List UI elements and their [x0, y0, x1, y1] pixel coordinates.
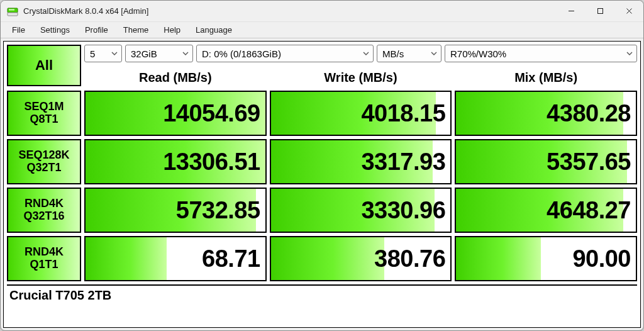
chevron-down-icon	[182, 50, 189, 57]
close-button[interactable]	[614, 1, 643, 21]
runs-combo[interactable]: 5	[84, 45, 122, 62]
menu-language[interactable]: Language	[188, 23, 240, 36]
metric-value: 4648.27	[547, 197, 631, 224]
metric-read: 14054.69	[84, 91, 267, 136]
metric-write: 3317.93	[270, 139, 452, 184]
metric-value: 68.71	[202, 245, 260, 272]
app-icon	[7, 6, 18, 17]
metric-read: 13306.51	[84, 139, 267, 184]
titlebar[interactable]: CrystalDiskMark 8.0.4 x64 [Admin]	[1, 1, 643, 22]
metric-read: 5732.85	[84, 188, 267, 233]
content-area: All 5 32GiB D: 0% (0/1863GiB) MB/s R70%/…	[3, 41, 641, 328]
metric-value: 14054.69	[163, 100, 260, 127]
run-all-label: All	[35, 57, 53, 74]
window-title: CrystalDiskMark 8.0.4 x64 [Admin]	[23, 6, 557, 16]
window-controls	[557, 1, 643, 21]
size-value: 32GiB	[131, 48, 157, 59]
svg-rect-2	[9, 9, 14, 10]
metric-bar	[456, 237, 540, 280]
metric-value: 90.00	[572, 245, 631, 272]
metric-write: 3330.96	[270, 188, 452, 233]
test-label-l2: Q32T16	[23, 210, 64, 223]
bench-row: RND4K Q1T1 68.71 380.76 90.00	[7, 236, 637, 281]
bench-row: SEQ1M Q8T1 14054.69 4018.15 4380.28	[7, 91, 637, 136]
unit-value: MB/s	[382, 48, 404, 59]
col-header-mix: Mix (MB/s)	[455, 70, 637, 85]
menu-help[interactable]: Help	[156, 23, 188, 36]
menu-profile[interactable]: Profile	[77, 23, 116, 36]
run-all-button[interactable]: All	[7, 45, 81, 86]
test-button-seq1m-q8t1[interactable]: SEQ1M Q8T1	[7, 91, 81, 136]
drive-combo[interactable]: D: 0% (0/1863GiB)	[196, 45, 374, 62]
metric-value: 5357.65	[547, 149, 631, 176]
test-button-seq128k-q32t1[interactable]: SEQ128K Q32T1	[7, 139, 81, 184]
drive-value: D: 0% (0/1863GiB)	[202, 48, 281, 59]
bench-rows: SEQ1M Q8T1 14054.69 4018.15 4380.28 SEQ1…	[4, 88, 640, 281]
metric-value: 4380.28	[547, 100, 631, 127]
mix-value: R70%/W30%	[450, 48, 506, 59]
metric-mix: 4380.28	[455, 91, 637, 136]
minimize-button[interactable]	[557, 1, 586, 21]
top-grid: All 5 32GiB D: 0% (0/1863GiB) MB/s R70%/…	[4, 42, 640, 88]
metric-value: 380.76	[374, 245, 445, 272]
metric-mix: 90.00	[455, 236, 637, 281]
metric-bar	[86, 237, 167, 280]
bench-row: RND4K Q32T16 5732.85 3330.96 4648.27	[7, 188, 637, 233]
chevron-down-icon	[363, 50, 369, 57]
runs-value: 5	[90, 48, 95, 59]
unit-combo[interactable]: MB/s	[377, 45, 441, 62]
metric-read: 68.71	[84, 236, 267, 281]
metric-value: 4018.15	[361, 100, 445, 127]
bench-row: SEQ128K Q32T1 13306.51 3317.93 5357.65	[7, 139, 637, 184]
menubar: File Settings Profile Theme Help Languag…	[1, 22, 643, 38]
app-window: CrystalDiskMark 8.0.4 x64 [Admin] File S…	[0, 0, 644, 331]
test-label-l2: Q1T1	[30, 259, 58, 271]
test-button-rnd4k-q32t16[interactable]: RND4K Q32T16	[7, 188, 81, 233]
chevron-down-icon	[111, 50, 118, 57]
metric-write: 380.76	[270, 236, 452, 281]
mix-combo[interactable]: R70%/W30%	[445, 45, 637, 62]
metric-value: 3330.96	[361, 197, 445, 224]
test-label-l1: SEQ128K	[18, 149, 69, 162]
test-label-l1: RND4K	[25, 246, 64, 259]
test-label-l1: RND4K	[25, 198, 64, 210]
test-label-l2: Q32T1	[26, 162, 61, 174]
metric-write: 4018.15	[270, 91, 452, 136]
size-combo[interactable]: 32GiB	[125, 45, 193, 62]
menu-theme[interactable]: Theme	[116, 23, 156, 36]
menu-settings[interactable]: Settings	[33, 23, 77, 36]
menu-file[interactable]: File	[4, 23, 33, 36]
svg-rect-3	[597, 9, 602, 14]
test-label-l2: Q8T1	[30, 113, 58, 126]
chevron-down-icon	[626, 50, 633, 57]
metric-mix: 4648.27	[455, 188, 637, 233]
drive-name-label: Crucial T705 2TB	[7, 284, 637, 304]
test-button-rnd4k-q1t1[interactable]: RND4K Q1T1	[7, 236, 81, 281]
metric-value: 3317.93	[361, 149, 445, 176]
metric-mix: 5357.65	[455, 139, 637, 184]
metric-bar	[271, 237, 384, 280]
col-header-read: Read (MB/s)	[84, 70, 267, 85]
chevron-down-icon	[431, 50, 437, 57]
metric-value: 13306.51	[163, 149, 260, 176]
test-label-l1: SEQ1M	[24, 101, 64, 113]
maximize-button[interactable]	[586, 1, 614, 21]
svg-rect-1	[8, 13, 18, 16]
col-header-write: Write (MB/s)	[270, 70, 452, 85]
metric-value: 5732.85	[176, 197, 260, 224]
